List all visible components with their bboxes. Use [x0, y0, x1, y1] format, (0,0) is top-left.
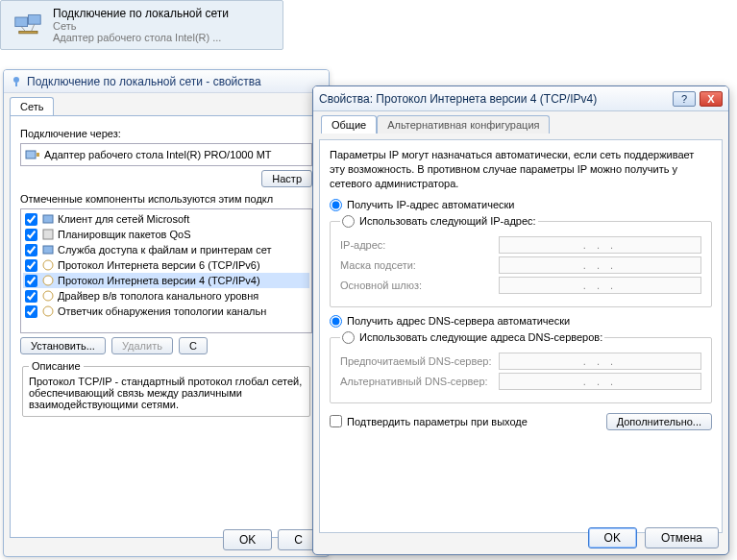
ipv4-cancel-button[interactable]: Отмена: [645, 527, 719, 548]
component-checkbox[interactable]: [25, 305, 37, 318]
ipv6-icon: [41, 258, 55, 272]
dns2-input[interactable]: . . .: [499, 373, 701, 390]
ipv4-properties-window: Свойства: Протокол Интернета версии 4 (T…: [312, 85, 729, 555]
component-item: Ответчик обнаружения топологии канальн: [23, 304, 309, 319]
description-text: Протокол TCP/IP - стандартный протокол г…: [29, 376, 304, 410]
window-icon: [10, 75, 23, 88]
subnet-mask-label: Маска подсети:: [340, 259, 499, 271]
lan-properties-titlebar[interactable]: Подключение по локальной сети - свойства: [4, 70, 329, 93]
svg-point-15: [43, 306, 53, 316]
radio-auto-ip-label: Получить IP-адрес автоматически: [347, 199, 514, 210]
tab-alternate-config[interactable]: Альтернативная конфигурация: [377, 115, 550, 134]
connection-network: Сеть: [53, 20, 277, 32]
ipv4-body: Параметры IP могут назначаться автоматич…: [319, 139, 723, 533]
radio-auto-dns-row: Получить адрес DNS-сервера автоматически: [330, 315, 712, 328]
ip-address-input[interactable]: . . .: [499, 236, 701, 254]
manual-ip-group: Использовать следующий IP-адрес: IP-адре…: [330, 215, 712, 307]
description-fieldset: Описание Протокол TCP/IP - стандартный п…: [22, 360, 310, 417]
component-checkbox[interactable]: [25, 229, 37, 241]
connection-card-text: Подключение по локальной сети Сеть Адапт…: [53, 7, 277, 43]
dns1-label: Предпочитаемый DNS-сервер:: [340, 355, 499, 367]
gateway-label: Основной шлюз:: [340, 280, 499, 291]
uninstall-button: Удалить: [111, 337, 173, 354]
adapter-box[interactable]: Адаптер рабочего стола Intel(R) PRO/1000…: [20, 143, 312, 166]
radio-manual-dns[interactable]: [342, 331, 355, 344]
component-properties-button[interactable]: С: [179, 337, 208, 354]
components-list[interactable]: Клиент для сетей Microsoft Планировщик п…: [20, 208, 312, 333]
svg-line-3: [21, 27, 25, 32]
svg-rect-9: [43, 215, 53, 223]
svg-point-12: [43, 260, 53, 270]
component-checkbox[interactable]: [25, 259, 37, 272]
component-label: Ответчик обнаружения топологии канальн: [58, 305, 266, 317]
connection-title: Подключение по локальной сети: [53, 7, 277, 20]
component-item: Клиент для сетей Microsoft: [23, 211, 309, 227]
close-button[interactable]: X: [700, 91, 723, 107]
svg-rect-1: [28, 15, 40, 25]
lltd-icon: [41, 304, 55, 318]
component-label: Протокол Интернета версии 6 (TCP/IPv6): [58, 259, 260, 271]
svg-rect-11: [43, 246, 53, 254]
dns1-input[interactable]: . . .: [499, 353, 701, 370]
component-item: Планировщик пакетов QoS: [23, 227, 309, 242]
ipv4-info-text: Параметры IP могут назначаться автоматич…: [330, 148, 712, 191]
help-button[interactable]: ?: [673, 91, 696, 107]
svg-rect-7: [26, 151, 36, 158]
install-button[interactable]: Установить...: [20, 337, 106, 354]
component-checkbox[interactable]: [25, 275, 37, 287]
gateway-input[interactable]: . . .: [499, 277, 701, 294]
radio-manual-ip[interactable]: [342, 215, 355, 228]
network-monitors-icon: [7, 6, 53, 44]
help-icon: ?: [681, 93, 687, 105]
components-label: Отмеченные компоненты используются этим …: [20, 193, 312, 205]
component-label: Драйвер в/в тополога канального уровня: [58, 290, 258, 302]
svg-point-14: [43, 291, 53, 301]
svg-rect-10: [43, 230, 53, 239]
tab-general[interactable]: Общие: [321, 115, 377, 134]
component-checkbox[interactable]: [25, 244, 37, 256]
component-checkbox[interactable]: [25, 213, 37, 226]
lan-tab-strip: Сеть: [4, 93, 329, 115]
radio-auto-ip[interactable]: [330, 199, 342, 211]
svg-line-4: [32, 24, 35, 31]
adapter-icon: [25, 147, 40, 162]
radio-manual-dns-label: Использовать следующие адреса DNS-сервер…: [359, 331, 602, 343]
advanced-button[interactable]: Дополнительно...: [606, 413, 712, 430]
svg-rect-8: [37, 153, 39, 157]
ipv4-icon: [41, 274, 55, 287]
subnet-mask-input[interactable]: . . .: [499, 256, 701, 274]
ipv4-titlebar[interactable]: Свойства: Протокол Интернета версии 4 (T…: [313, 86, 728, 111]
svg-point-5: [13, 77, 19, 83]
radio-auto-ip-row: Получить IP-адрес автоматически: [330, 199, 712, 211]
component-item: Драйвер в/в тополога канального уровня: [23, 288, 309, 304]
lan-properties-window: Подключение по локальной сети - свойства…: [3, 69, 330, 557]
connection-card[interactable]: Подключение по локальной сети Сеть Адапт…: [0, 0, 283, 50]
radio-auto-dns[interactable]: [330, 315, 342, 328]
component-checkbox[interactable]: [25, 290, 37, 303]
component-label: Протокол Интернета версии 4 (TCP/IPv4): [58, 275, 260, 286]
component-item: Служба доступа к файлам и принтерам сет: [23, 242, 309, 257]
manual-dns-group: Использовать следующие адреса DNS-сервер…: [330, 331, 712, 403]
component-label: Планировщик пакетов QoS: [58, 229, 191, 240]
ip-address-label: IP-адрес:: [340, 239, 499, 251]
tab-network[interactable]: Сеть: [10, 97, 54, 115]
confirm-on-exit-checkbox[interactable]: [330, 415, 342, 427]
lan-properties-title: Подключение по локальной сети - свойства: [27, 75, 261, 88]
lan-ok-button[interactable]: OK: [223, 529, 272, 550]
configure-button[interactable]: Настр: [261, 170, 312, 187]
svg-rect-2: [19, 31, 37, 33]
close-icon: X: [707, 93, 714, 105]
component-label: Клиент для сетей Microsoft: [58, 213, 189, 225]
radio-manual-ip-label: Использовать следующий IP-адрес:: [359, 215, 536, 227]
ipv4-title-text: Свойства: Протокол Интернета версии 4 (T…: [319, 92, 597, 106]
adapter-text: Адаптер рабочего стола Intel(R) PRO/1000…: [44, 149, 272, 160]
radio-auto-dns-label: Получить адрес DNS-сервера автоматически: [347, 315, 570, 327]
ipv4-ok-button[interactable]: OK: [588, 527, 637, 548]
qos-icon: [41, 228, 55, 241]
svg-rect-0: [15, 17, 28, 27]
lan-tab-body: Подключение через: Адаптер рабочего стол…: [10, 115, 323, 538]
component-item-selected: Протокол Интернета версии 4 (TCP/IPv4): [23, 273, 309, 288]
svg-point-13: [43, 276, 53, 285]
ipv4-tab-strip: Общие Альтернативная конфигурация: [313, 111, 728, 134]
connect-via-label: Подключение через:: [20, 128, 312, 139]
